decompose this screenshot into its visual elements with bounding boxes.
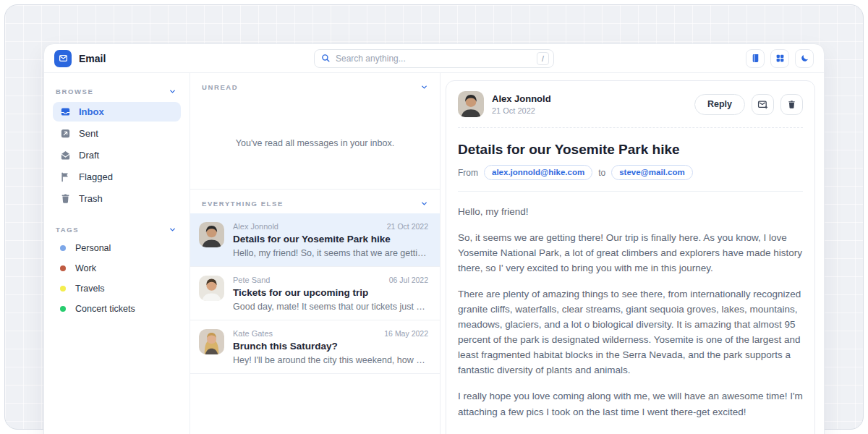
tag-label: Work <box>75 263 96 273</box>
sidebar-item-label: Flagged <box>79 171 113 182</box>
tag-label: Concert tickets <box>75 304 135 314</box>
sidebar-item-flagged[interactable]: Flagged <box>53 167 181 187</box>
app-title: Email <box>79 53 106 64</box>
mail-date: 16 May 2022 <box>384 329 428 338</box>
delete-message-button[interactable] <box>780 94 803 115</box>
message-sender-block: Alex Jonnold 21 Oct 2022 <box>492 93 551 115</box>
topbar: Email / <box>44 44 824 73</box>
sidebar-item-trash[interactable]: Trash <box>53 189 181 208</box>
avatar <box>458 91 484 117</box>
to-email-chip[interactable]: steve@mail.com <box>611 165 692 180</box>
sidebar: BROWSE Inbox Sent <box>44 73 190 434</box>
mail-preview: Good day, mate! It seems that our ticket… <box>233 302 428 312</box>
tag-item-personal[interactable]: Personal <box>53 238 181 258</box>
sidebar-item-label: Inbox <box>79 106 104 117</box>
tag-color-dot <box>60 265 66 271</box>
search-bar[interactable]: / <box>314 49 554 68</box>
tag-color-dot <box>60 286 66 292</box>
tag-item-concert-tickets[interactable]: Concert tickets <box>53 299 181 319</box>
main-columns: BROWSE Inbox Sent <box>44 73 824 434</box>
sidebar-item-sent[interactable]: Sent <box>53 124 181 143</box>
mail-sender: Alex Jonnold <box>233 222 278 231</box>
sidebar-item-label: Draft <box>79 150 99 161</box>
search-icon <box>321 54 331 63</box>
reply-button[interactable]: Reply <box>694 94 745 115</box>
tag-item-travels[interactable]: Travels <box>53 278 181 299</box>
mail-date: 21 Oct 2022 <box>387 222 428 231</box>
tag-item-work[interactable]: Work <box>53 258 181 278</box>
mail-date: 06 Jul 2022 <box>389 276 428 284</box>
browse-section-header[interactable]: BROWSE <box>53 83 181 100</box>
forward-mail-button[interactable] <box>752 94 774 115</box>
everything-else-section-header[interactable]: EVERYTHING ELSE <box>190 190 440 213</box>
mail-sender: Kate Gates <box>233 329 273 338</box>
email-app-window: Email / BROWSE <box>43 43 825 434</box>
tags-section: TAGS Personal Work Travels <box>53 221 181 319</box>
tags-label: TAGS <box>56 226 79 234</box>
message-paragraph: So, it seems we are getting there! Our t… <box>458 230 803 276</box>
dark-mode-toggle[interactable] <box>795 49 814 68</box>
browse-label: BROWSE <box>56 88 93 95</box>
sidebar-item-draft[interactable]: Draft <box>53 145 181 165</box>
sent-icon <box>60 128 71 139</box>
avatar <box>199 329 224 354</box>
message-body: Hello, my friend! So, it seems we are ge… <box>458 192 803 434</box>
mail-subject: Brunch this Saturday? <box>233 341 428 352</box>
mail-preview: Hey! I'll be around the city this weeken… <box>233 355 428 365</box>
trash-icon <box>60 193 71 204</box>
unread-section-header[interactable]: UNREAD <box>190 73 440 97</box>
reading-pane: Alex Jonnold 21 Oct 2022 Reply <box>441 73 824 434</box>
unread-empty-message: You've read all messages in your inbox. <box>236 138 394 148</box>
mail-item-body: Alex Jonnold 21 Oct 2022 Details for our… <box>233 222 428 258</box>
tag-color-dot <box>60 245 66 251</box>
brand: Email <box>54 50 106 67</box>
avatar <box>199 276 224 301</box>
inbox-icon <box>60 106 71 117</box>
search-shortcut-key: / <box>537 52 549 65</box>
message-header: Alex Jonnold 21 Oct 2022 Reply <box>458 81 803 128</box>
sidebar-item-label: Sent <box>79 128 98 139</box>
chevron-down-icon[interactable] <box>169 88 176 95</box>
book-button[interactable] <box>746 49 765 68</box>
apps-grid-button[interactable] <box>770 49 789 68</box>
from-label: From <box>458 168 478 178</box>
sidebar-item-label: Trash <box>79 193 103 204</box>
draft-icon <box>60 150 71 161</box>
everything-else-label: EVERYTHING ELSE <box>202 200 284 208</box>
chevron-down-icon[interactable] <box>169 226 176 234</box>
unread-label: UNREAD <box>202 83 238 91</box>
flag-icon <box>60 171 71 182</box>
to-label: to <box>598 168 605 178</box>
mail-list-item[interactable]: Kate Gates 16 May 2022 Brunch this Satur… <box>190 320 440 374</box>
mail-item-body: Pete Sand 06 Jul 2022 Tickets for our up… <box>233 276 428 312</box>
topbar-actions <box>746 49 814 68</box>
message-subject: Details for our Yosemite Park hike <box>458 128 803 165</box>
chevron-down-icon[interactable] <box>420 200 428 208</box>
message-paragraph: Hello, my friend! <box>458 204 803 219</box>
mail-preview: Hello, my friend! So, it seems that we a… <box>233 248 428 258</box>
message-actions: Reply <box>694 94 803 115</box>
message-paragraph: See you soon, Alex Jonnold <box>458 430 803 434</box>
unread-empty-state: You've read all messages in your inbox. <box>190 97 440 190</box>
mail-subject: Tickets for our upcoming trip <box>233 287 428 298</box>
sidebar-item-inbox[interactable]: Inbox <box>53 102 181 122</box>
mail-item-body: Kate Gates 16 May 2022 Brunch this Satur… <box>233 329 428 365</box>
mail-forward-icon <box>757 99 768 110</box>
message-sender-name: Alex Jonnold <box>492 93 551 104</box>
mail-list-item[interactable]: Alex Jonnold 21 Oct 2022 Details for our… <box>190 213 440 267</box>
from-to-row: From alex.jonnold@hike.com to steve@mail… <box>458 165 803 192</box>
mail-sender: Pete Sand <box>233 276 270 284</box>
tag-color-dot <box>60 306 66 312</box>
message-paragraph: I really hope you love coming along with… <box>458 388 803 419</box>
from-email-chip[interactable]: alex.jonnold@hike.com <box>484 165 592 180</box>
tag-label: Travels <box>75 284 105 294</box>
mail-list-item[interactable]: Pete Sand 06 Jul 2022 Tickets for our up… <box>190 267 440 320</box>
mail-list-column: UNREAD You've read all messages in your … <box>190 73 441 434</box>
tags-section-header[interactable]: TAGS <box>53 221 181 238</box>
chevron-down-icon[interactable] <box>420 83 428 91</box>
message-paragraph: There are plenty of amazing things to se… <box>458 286 803 378</box>
email-logo-icon <box>54 50 72 67</box>
trash-icon <box>787 100 796 109</box>
message-detail-card: Alex Jonnold 21 Oct 2022 Reply <box>446 80 815 434</box>
search-input[interactable] <box>336 54 532 64</box>
